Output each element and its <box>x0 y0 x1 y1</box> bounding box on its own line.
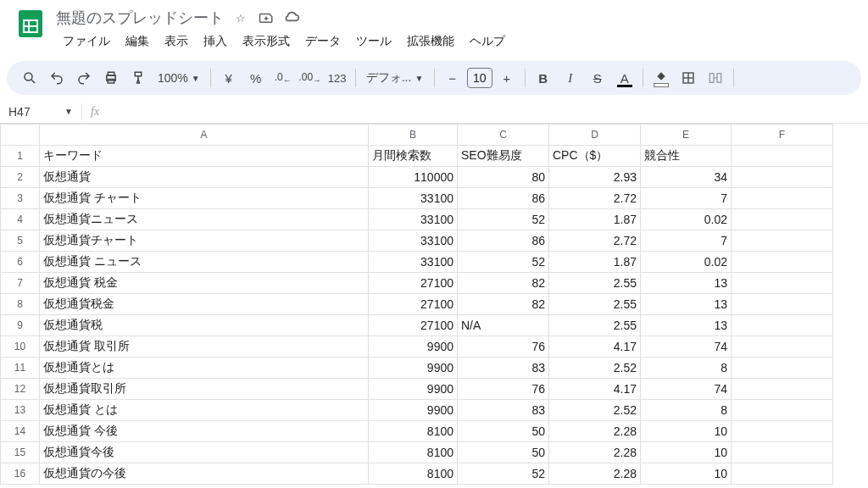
row-header-14[interactable]: 14 <box>1 421 40 442</box>
percent-button[interactable]: % <box>243 65 269 91</box>
cell-B6[interactable]: 33100 <box>369 252 458 273</box>
cell-C14[interactable]: 50 <box>458 421 549 442</box>
sheets-logo[interactable] <box>14 7 47 41</box>
document-title[interactable]: 無題のスプレッドシート <box>56 8 224 28</box>
cell-D14[interactable]: 2.28 <box>549 421 641 442</box>
column-header-E[interactable]: E <box>641 125 732 146</box>
column-header-A[interactable]: A <box>40 125 369 146</box>
redo-icon[interactable] <box>71 65 97 91</box>
cell-A2[interactable]: 仮想通貨 <box>40 167 369 188</box>
row-header-8[interactable]: 8 <box>1 294 40 315</box>
borders-button[interactable] <box>676 65 701 91</box>
cell-F7[interactable] <box>732 273 833 294</box>
cell-B10[interactable]: 9900 <box>369 336 458 358</box>
cell-A12[interactable]: 仮想通貨取引所 <box>40 379 369 400</box>
cell-D15[interactable]: 2.28 <box>549 442 641 463</box>
cell-A9[interactable]: 仮想通貨税 <box>40 315 369 336</box>
select-all-corner[interactable] <box>1 125 40 146</box>
cell-B7[interactable]: 27100 <box>369 273 458 294</box>
increase-decimal-button[interactable]: .00→ <box>298 65 323 91</box>
cell-A8[interactable]: 仮想通貨税金 <box>40 294 369 315</box>
cell-C16[interactable]: 52 <box>458 463 549 485</box>
row-header-5[interactable]: 5 <box>1 230 40 252</box>
cell-E13[interactable]: 8 <box>641 400 732 421</box>
cell-D2[interactable]: 2.93 <box>549 167 641 188</box>
cell-D6[interactable]: 1.87 <box>549 252 641 273</box>
cell-F1[interactable] <box>732 146 833 167</box>
cell-E14[interactable]: 10 <box>641 421 732 442</box>
cell-A14[interactable]: 仮想通貨 今後 <box>40 421 369 442</box>
cell-F16[interactable] <box>732 463 833 485</box>
merge-cells-button[interactable] <box>703 65 728 91</box>
fill-color-button[interactable] <box>648 65 674 91</box>
cell-B12[interactable]: 9900 <box>369 379 458 400</box>
cell-B3[interactable]: 33100 <box>369 188 458 209</box>
cell-B14[interactable]: 8100 <box>369 421 458 442</box>
cell-C11[interactable]: 83 <box>458 358 549 379</box>
cell-D11[interactable]: 2.52 <box>549 358 641 379</box>
text-color-button[interactable]: A <box>612 65 637 91</box>
cell-B4[interactable]: 33100 <box>369 209 458 230</box>
cloud-status-icon[interactable] <box>283 9 300 26</box>
row-header-2[interactable]: 2 <box>1 167 40 188</box>
more-formats-button[interactable]: 123 <box>325 65 350 91</box>
cell-E5[interactable]: 7 <box>641 230 732 252</box>
cell-C1[interactable]: SEO難易度 <box>458 146 549 167</box>
cell-B13[interactable]: 9900 <box>369 400 458 421</box>
cell-C6[interactable]: 52 <box>458 252 549 273</box>
row-header-7[interactable]: 7 <box>1 273 40 294</box>
cell-B11[interactable]: 9900 <box>369 358 458 379</box>
currency-button[interactable]: ¥ <box>216 65 242 91</box>
undo-icon[interactable] <box>44 65 70 91</box>
cell-F8[interactable] <box>732 294 833 315</box>
move-icon[interactable] <box>258 9 275 26</box>
cell-F2[interactable] <box>732 167 833 188</box>
decrease-decimal-button[interactable]: .0← <box>270 65 296 91</box>
menu-tools[interactable]: ツール <box>349 30 398 53</box>
cell-D12[interactable]: 4.17 <box>549 379 641 400</box>
cell-A5[interactable]: 仮想通貨チャート <box>40 230 369 252</box>
row-header-9[interactable]: 9 <box>1 315 40 336</box>
cell-D7[interactable]: 2.55 <box>549 273 641 294</box>
cell-D16[interactable]: 2.28 <box>549 463 641 485</box>
column-header-F[interactable]: F <box>732 125 833 146</box>
row-header-6[interactable]: 6 <box>1 252 40 273</box>
cell-E12[interactable]: 74 <box>641 379 732 400</box>
cell-D3[interactable]: 2.72 <box>549 188 641 209</box>
cell-F6[interactable] <box>732 252 833 273</box>
cell-E4[interactable]: 0.02 <box>641 209 732 230</box>
star-icon[interactable]: ☆ <box>232 9 249 26</box>
row-header-3[interactable]: 3 <box>1 188 40 209</box>
formula-input[interactable] <box>108 100 868 123</box>
cell-B8[interactable]: 27100 <box>369 294 458 315</box>
cell-E11[interactable]: 8 <box>641 358 732 379</box>
cell-C4[interactable]: 52 <box>458 209 549 230</box>
cell-E6[interactable]: 0.02 <box>641 252 732 273</box>
spreadsheet-grid[interactable]: ABCDEF1キーワード月間検索数SEO難易度CPC（$）競合性2仮想通貨110… <box>0 124 868 485</box>
menu-insert[interactable]: 挿入 <box>197 30 234 53</box>
paint-format-icon[interactable] <box>125 65 151 91</box>
search-icon[interactable] <box>17 65 42 91</box>
cell-E10[interactable]: 74 <box>641 336 732 358</box>
cell-D4[interactable]: 1.87 <box>549 209 641 230</box>
cell-C15[interactable]: 50 <box>458 442 549 463</box>
cell-B2[interactable]: 110000 <box>369 167 458 188</box>
cell-F3[interactable] <box>732 188 833 209</box>
cell-D5[interactable]: 2.72 <box>549 230 641 252</box>
cell-D8[interactable]: 2.55 <box>549 294 641 315</box>
cell-C2[interactable]: 80 <box>458 167 549 188</box>
menu-extensions[interactable]: 拡張機能 <box>400 30 461 53</box>
cell-A7[interactable]: 仮想通貨 税金 <box>40 273 369 294</box>
cell-B5[interactable]: 33100 <box>369 230 458 252</box>
cell-C10[interactable]: 76 <box>458 336 549 358</box>
menu-data[interactable]: データ <box>298 30 348 53</box>
cell-E15[interactable]: 10 <box>641 442 732 463</box>
menu-help[interactable]: ヘルプ <box>463 30 512 53</box>
cell-A10[interactable]: 仮想通貨 取引所 <box>40 336 369 358</box>
cell-C8[interactable]: 82 <box>458 294 549 315</box>
cell-E8[interactable]: 13 <box>641 294 732 315</box>
zoom-select[interactable]: 100%▼ <box>153 71 205 85</box>
cell-B9[interactable]: 27100 <box>369 315 458 336</box>
cell-A6[interactable]: 仮想通貨 ニュース <box>40 252 369 273</box>
row-header-13[interactable]: 13 <box>1 400 40 421</box>
